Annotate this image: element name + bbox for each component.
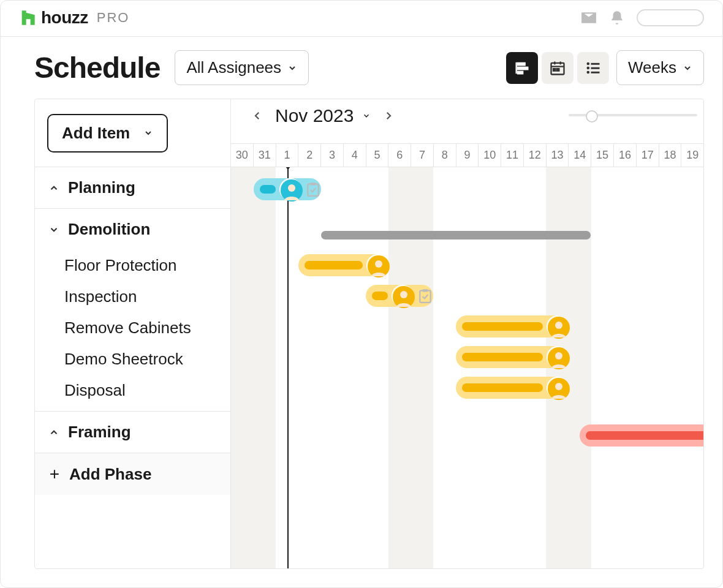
add-phase-label: Add Phase	[69, 465, 151, 484]
phase-row-framing[interactable]: Framing	[35, 412, 230, 453]
svg-rect-3	[518, 71, 523, 74]
phase-row-planning[interactable]: Planning	[35, 167, 230, 209]
svg-rect-13	[591, 67, 600, 69]
svg-rect-1	[518, 62, 525, 65]
day-header-cell: 11	[501, 144, 523, 167]
mail-icon[interactable]	[580, 9, 597, 26]
zoom-slider[interactable]	[569, 110, 697, 120]
interval-label: Weeks	[628, 58, 676, 77]
add-phase-button[interactable]: + Add Phase	[35, 453, 230, 495]
assignees-label: All Assignees	[186, 58, 281, 77]
brand-suffix: PRO	[97, 10, 130, 26]
add-item-button[interactable]: Add Item	[47, 114, 168, 153]
svg-rect-15	[591, 71, 600, 73]
search-input[interactable]	[637, 9, 704, 26]
task-row[interactable]: Demo Sheetrock	[35, 344, 230, 375]
day-header-cell: 19	[681, 144, 703, 167]
day-header-cell: 15	[591, 144, 613, 167]
gantt-view-button[interactable]	[506, 52, 538, 84]
brand-name: houzz	[41, 8, 88, 28]
day-header-cell: 31	[253, 144, 276, 167]
day-header-cell: 17	[636, 144, 659, 167]
svg-rect-11	[591, 62, 600, 64]
list-view-button[interactable]	[577, 52, 609, 84]
houzz-logo-icon	[19, 9, 36, 26]
page-title: Schedule	[34, 51, 160, 85]
chevron-down-icon	[143, 128, 153, 138]
phase-label: Demolition	[68, 220, 150, 239]
day-header-cell: 10	[478, 144, 501, 167]
task-row[interactable]: Floor Protection	[35, 250, 230, 281]
day-header-cell: 16	[613, 144, 636, 167]
phase-label: Planning	[68, 178, 135, 197]
chevron-down-icon	[287, 63, 297, 73]
svg-point-14	[587, 70, 590, 74]
task-row[interactable]: Remove Cabinets	[35, 312, 230, 344]
assignees-dropdown[interactable]: All Assignees	[175, 50, 309, 85]
task-row[interactable]: Inspection	[35, 281, 230, 312]
svg-rect-2	[518, 67, 528, 69]
day-header-cell: 9	[456, 144, 479, 167]
day-header-cell: 8	[433, 144, 456, 167]
next-month-button[interactable]	[379, 107, 398, 125]
brand-logo: houzz PRO	[19, 8, 130, 28]
chevron-down-icon	[683, 63, 692, 73]
chevron-down-icon	[47, 223, 61, 236]
day-header-cell: 18	[659, 144, 681, 167]
day-header-cell: 3	[320, 144, 343, 167]
day-header-cell: 6	[388, 144, 411, 167]
phase-row-demolition[interactable]: Demolition	[35, 209, 230, 250]
month-label[interactable]: Nov 2023	[275, 105, 354, 126]
day-header-cell: 14	[568, 144, 591, 167]
chevron-up-icon	[47, 426, 61, 439]
day-header-cell: 7	[411, 144, 433, 167]
day-header-cell: 5	[366, 144, 388, 167]
calendar-view-button[interactable]	[542, 52, 573, 84]
day-header-cell: 2	[298, 144, 320, 167]
day-header-cell: 12	[523, 144, 546, 167]
plus-icon: +	[47, 464, 62, 484]
add-item-label: Add Item	[62, 124, 130, 143]
day-header-cell: 1	[276, 144, 298, 167]
interval-dropdown[interactable]: Weeks	[616, 50, 704, 85]
day-header-cell: 13	[546, 144, 569, 167]
zoom-slider-thumb[interactable]	[586, 110, 598, 123]
bell-icon[interactable]	[608, 9, 626, 26]
chevron-down-icon	[362, 111, 371, 120]
task-row[interactable]: Disposal	[35, 375, 230, 411]
dependency-arrow	[231, 167, 703, 568]
svg-rect-8	[553, 69, 556, 71]
day-header-cell: 30	[231, 144, 253, 167]
day-header-cell: 4	[343, 144, 366, 167]
phase-label: Framing	[68, 423, 131, 442]
prev-month-button[interactable]	[248, 107, 267, 125]
svg-point-12	[587, 66, 590, 69]
chevron-up-icon	[47, 181, 61, 195]
svg-point-10	[587, 62, 590, 65]
svg-rect-9	[557, 69, 559, 71]
